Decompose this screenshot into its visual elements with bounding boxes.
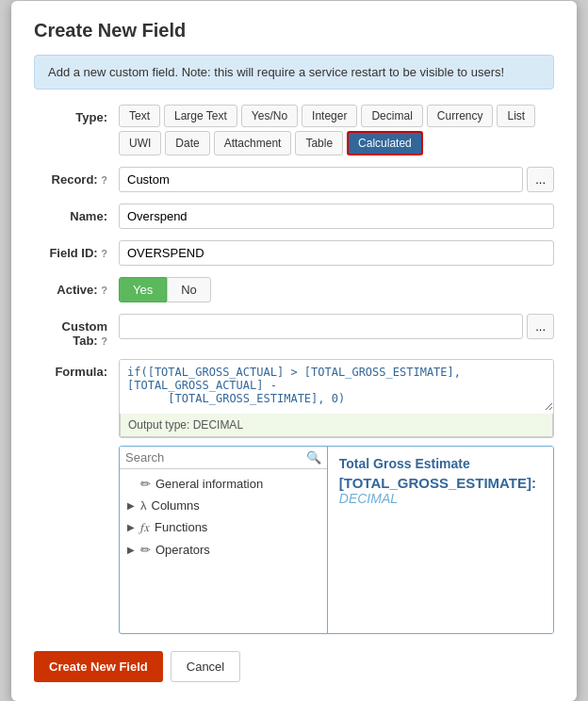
output-type-bar: Output type: DECIMAL <box>120 414 553 437</box>
custom-tab-input[interactable] <box>119 314 523 339</box>
type-btn-large-text[interactable]: Large Text <box>164 105 237 127</box>
name-input[interactable] <box>119 204 554 229</box>
type-btn-text[interactable]: Text <box>119 105 160 127</box>
pencil-icon: ✏ <box>140 543 151 557</box>
type-btn-decimal[interactable]: Decimal <box>361 105 422 127</box>
active-label: Active: ? <box>34 277 119 297</box>
tree-item-label: Functions <box>155 520 207 534</box>
field-id-row: Field ID: ? <box>34 240 554 266</box>
formula-section: if([TOTAL_GROSS_ACTUAL] > [TOTAL_GROSS_E… <box>119 359 554 438</box>
formula-label: Formula: <box>34 359 119 379</box>
search-left-panel: 🔍 ✏General information▶λColumns▶𝑓𝑥Functi… <box>120 447 328 633</box>
tree-item-operators[interactable]: ▶✏Operators <box>120 539 327 561</box>
type-btn-uwi[interactable]: UWI <box>119 131 161 155</box>
name-label: Name: <box>34 204 119 223</box>
record-dots-button[interactable]: ... <box>527 167 554 192</box>
info-banner: Add a new custom field. Note: this will … <box>34 55 554 90</box>
type-row: Type: TextLarge TextYes/NoIntegerDecimal… <box>34 105 554 155</box>
tree-arrow: ▶ <box>127 522 140 532</box>
custom-tab-help-icon[interactable]: ? <box>101 335 107 347</box>
search-panel: 🔍 ✏General information▶λColumns▶𝑓𝑥Functi… <box>119 446 554 634</box>
search-input[interactable] <box>125 450 306 465</box>
record-content: ... <box>119 167 554 192</box>
active-row: Active: ? Yes No <box>34 277 554 302</box>
name-content <box>119 204 554 229</box>
type-btn-list[interactable]: List <box>497 105 535 127</box>
active-content: Yes No <box>119 277 554 302</box>
search-icon: 🔍 <box>306 450 321 465</box>
yes-no-group: Yes No <box>119 277 554 302</box>
tree-item-label: General information <box>155 477 263 491</box>
no-button[interactable]: No <box>167 277 211 302</box>
field-id-input[interactable] <box>119 240 554 266</box>
right-panel-field-name: [TOTAL_GROSS_ESTIMATE]: <box>339 475 542 491</box>
create-new-field-button[interactable]: Create New Field <box>34 651 163 682</box>
name-row: Name: <box>34 204 554 229</box>
cancel-button[interactable]: Cancel <box>171 651 240 682</box>
tree-item-columns[interactable]: ▶λColumns <box>120 495 327 516</box>
type-btn-yes-no[interactable]: Yes/No <box>241 105 298 127</box>
type-btn-calculated[interactable]: Calculated <box>347 131 423 155</box>
type-btn-date[interactable]: Date <box>165 131 209 155</box>
tree-list: ✏General information▶λColumns▶𝑓𝑥Function… <box>120 469 327 633</box>
search-right-panel: Total Gross Estimate [TOTAL_GROSS_ESTIMA… <box>328 447 553 633</box>
record-help-icon[interactable]: ? <box>101 174 107 186</box>
active-help-icon[interactable]: ? <box>101 285 107 296</box>
type-btn-table[interactable]: Table <box>295 131 343 155</box>
formula-row: Formula: if([TOTAL_GROSS_ACTUAL] > [TOTA… <box>34 359 554 634</box>
tree-arrow: ▶ <box>127 545 140 555</box>
pencil-icon: ✏ <box>140 477 151 491</box>
custom-tab-row: Custom Tab: ? ... <box>34 314 554 348</box>
type-buttons-container: TextLarge TextYes/NoIntegerDecimalCurren… <box>119 105 554 155</box>
type-btn-attachment[interactable]: Attachment <box>214 131 292 155</box>
custom-tab-dots-button[interactable]: ... <box>527 314 554 339</box>
tree-item-label: Operators <box>155 543 210 557</box>
tree-item-functions[interactable]: ▶𝑓𝑥Functions <box>120 516 327 539</box>
formula-textarea[interactable]: if([TOTAL_GROSS_ACTUAL] > [TOTAL_GROSS_E… <box>120 360 553 411</box>
right-panel-title: Total Gross Estimate <box>339 456 542 471</box>
field-id-content <box>119 240 554 266</box>
type-btn-currency[interactable]: Currency <box>427 105 494 127</box>
tree-item-label: Columns <box>152 498 200 513</box>
tree-arrow: ▶ <box>127 500 140 511</box>
type-buttons-group: TextLarge TextYes/NoIntegerDecimalCurren… <box>119 105 554 155</box>
type-btn-integer[interactable]: Integer <box>302 105 357 127</box>
right-panel-field-type: DECIMAL <box>339 491 542 506</box>
lambda-icon: λ <box>140 498 147 513</box>
type-label: Type: <box>34 105 119 124</box>
modal-title: Create New Field <box>34 20 554 41</box>
custom-tab-input-group: ... <box>119 314 554 339</box>
custom-tab-content: ... <box>119 314 554 339</box>
footer-buttons: Create New Field Cancel <box>34 651 554 682</box>
search-input-wrap: 🔍 <box>120 447 327 469</box>
field-id-help-icon[interactable]: ? <box>101 248 107 259</box>
tree-item-general-information[interactable]: ✏General information <box>120 473 327 495</box>
record-input[interactable] <box>119 167 523 192</box>
record-label: Record: ? <box>34 167 119 187</box>
formula-content: if([TOTAL_GROSS_ACTUAL] > [TOTAL_GROSS_E… <box>119 359 554 634</box>
record-input-group: ... <box>119 167 554 192</box>
field-id-label: Field ID: ? <box>34 240 119 260</box>
fx-icon: 𝑓𝑥 <box>140 520 150 535</box>
custom-tab-label: Custom Tab: ? <box>34 314 119 348</box>
record-row: Record: ? ... <box>34 167 554 192</box>
modal-container: Create New Field Add a new custom field.… <box>11 1 577 701</box>
yes-button[interactable]: Yes <box>119 277 167 302</box>
